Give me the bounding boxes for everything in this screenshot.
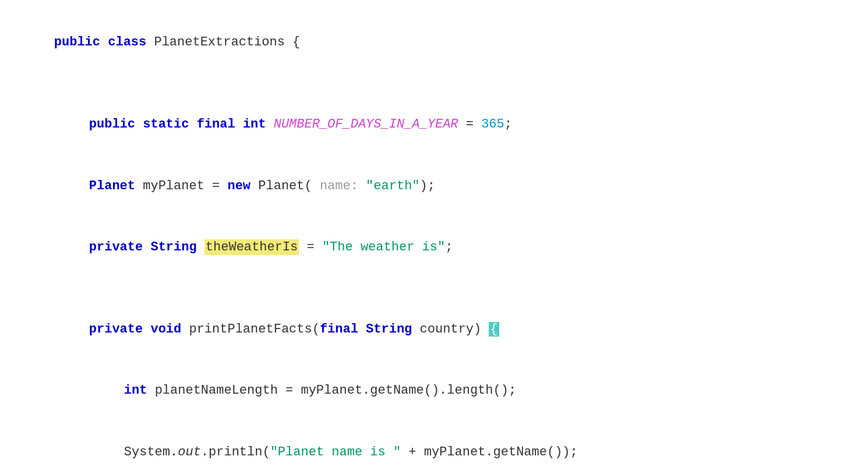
keyword-final: final [197, 117, 243, 132]
line-stmt2: System.out.println("Planet name is " + m… [23, 422, 845, 474]
line-field3: private String theWeatherIs = "The weath… [23, 217, 845, 278]
keyword-new: new [227, 179, 258, 193]
keyword-int: int [124, 383, 155, 398]
keyword-class: class [108, 35, 154, 49]
concat2: + myPlanet.getName()); [401, 445, 578, 459]
line-stmt1: int planetNameLength = myPlanet.getName(… [23, 360, 845, 422]
system2: System. [124, 445, 178, 459]
hint-name: name: [320, 179, 358, 193]
keyword-static: static [143, 117, 196, 132]
keyword-public-static: public [89, 117, 143, 132]
semicolon2: ; [445, 240, 453, 254]
keyword-public: public [54, 35, 108, 49]
type-planet: Planet [89, 179, 143, 193]
type-string: String [150, 240, 204, 254]
line-method-sig: private void printPlanetFacts(final Stri… [23, 299, 845, 360]
var-namelength: planetNameLength = myPlanet.getName().le… [155, 383, 517, 398]
assign-op: = [458, 117, 482, 132]
out2: out [178, 445, 201, 459]
constant-name: NUMBER_OF_DAYS_IN_A_YEAR [274, 117, 458, 132]
open-brace-highlight: { [489, 322, 499, 337]
var-theweatheris: theWeatherIs [204, 239, 299, 255]
string-earth: "earth" [358, 179, 420, 193]
param-country: country) [420, 322, 489, 337]
line-field1: public static final int NUMBER_OF_DAYS_I… [23, 94, 845, 155]
string-planet-name: "Planet name is " [270, 445, 401, 459]
class-name: PlanetExtractions { [154, 35, 300, 49]
keyword-void: void [150, 322, 189, 337]
paren-close: ); [420, 179, 435, 193]
assign-op2: = [299, 240, 322, 254]
method-name: printPlanetFacts( [189, 322, 319, 337]
code-editor: public class PlanetExtractions { public … [0, 0, 868, 474]
println2: .println( [201, 445, 270, 459]
keyword-final: final [320, 322, 366, 337]
line-field2: Planet myPlanet = new Planet( name: "ear… [23, 155, 845, 217]
semicolon: ; [504, 117, 512, 132]
keyword-private: private [89, 240, 151, 254]
var-myplanet: myPlanet = [143, 179, 227, 193]
line-class-decl: public class PlanetExtractions { [23, 12, 845, 73]
constructor-planet: Planet( [258, 179, 320, 193]
type-string2: String [366, 322, 419, 337]
number-365: 365 [481, 117, 504, 132]
keyword-int: int [243, 117, 274, 132]
string-weather: "The weather is" [322, 240, 445, 254]
keyword-private2: private [89, 322, 151, 337]
